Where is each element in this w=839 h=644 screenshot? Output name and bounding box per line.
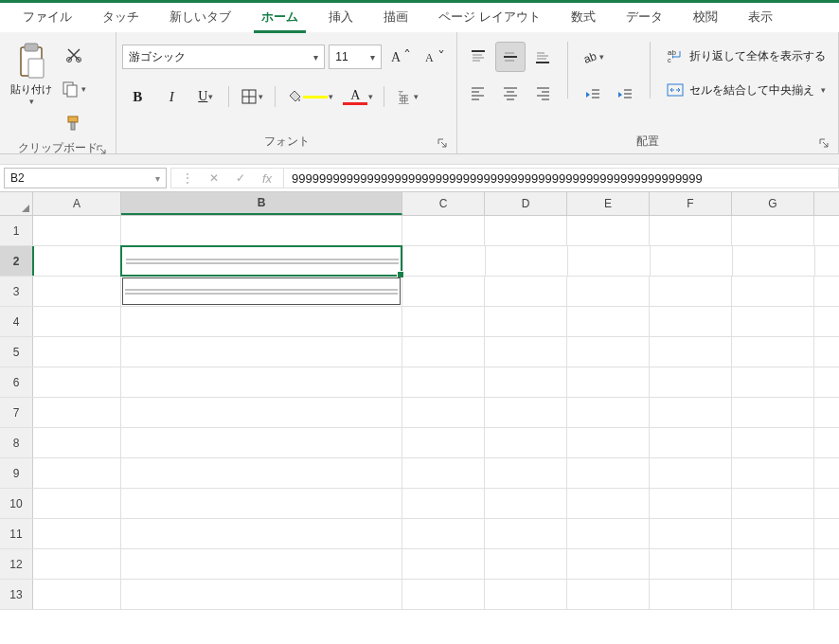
row-header-9[interactable]: 9 [0, 458, 33, 488]
format-painter-button[interactable] [59, 108, 89, 138]
formula-input[interactable]: 9999999999999999999999999999999999999999… [283, 168, 839, 188]
cell-G8[interactable] [732, 428, 814, 457]
tab-formulas[interactable]: 数式 [562, 4, 605, 30]
cell-G6[interactable] [732, 367, 814, 397]
cell-G3[interactable] [732, 277, 814, 306]
cell-G2[interactable] [733, 246, 815, 276]
wrap-text-button[interactable]: abc 折り返して全体を表示する [660, 42, 832, 70]
col-header-G[interactable]: G [732, 192, 814, 215]
cell-C1[interactable] [402, 216, 485, 245]
cell-D2[interactable] [486, 246, 568, 276]
col-header-A[interactable]: A [33, 192, 121, 215]
alignment-dialog-launcher[interactable] [817, 136, 830, 150]
cell-F11[interactable] [650, 519, 732, 548]
row-header-12[interactable]: 12 [0, 549, 33, 579]
cell-E13[interactable] [567, 580, 650, 609]
cell-E8[interactable] [567, 428, 650, 457]
cell-E10[interactable] [567, 489, 650, 518]
underline-button[interactable]: U▾ [190, 81, 221, 112]
cell-A10[interactable] [33, 489, 121, 518]
align-right-button[interactable] [527, 78, 558, 108]
merge-center-button[interactable]: セルを結合して中央揃え ▾ [660, 76, 832, 104]
cell-E5[interactable] [567, 337, 650, 367]
cell-E6[interactable] [567, 367, 650, 397]
copy-button[interactable]: ▾ [59, 74, 89, 104]
cell-A12[interactable] [33, 549, 121, 579]
cell-F5[interactable] [650, 337, 732, 367]
row-header-1[interactable]: 1 [0, 216, 33, 245]
row-header-13[interactable]: 13 [0, 580, 33, 609]
tab-review[interactable]: 校閲 [684, 4, 727, 30]
cell-F13[interactable] [650, 580, 732, 609]
cell-C4[interactable] [402, 307, 485, 336]
decrease-indent-button[interactable] [578, 80, 608, 110]
cell-C13[interactable] [402, 580, 485, 609]
cell-C3[interactable] [402, 277, 485, 306]
cell-A9[interactable] [33, 458, 121, 488]
cell-A11[interactable] [33, 519, 121, 548]
tab-page-layout[interactable]: ページ レイアウト [429, 4, 550, 30]
row-header-6[interactable]: 6 [0, 367, 33, 397]
cell-D6[interactable] [485, 367, 567, 397]
tab-data[interactable]: データ [616, 4, 672, 30]
cell-B8[interactable] [121, 428, 402, 457]
row-header-2[interactable]: 2 [0, 246, 34, 276]
italic-button[interactable]: I [156, 81, 187, 112]
cell-F6[interactable] [650, 367, 732, 397]
borders-button[interactable]: ▾ [237, 81, 267, 112]
select-all-corner[interactable] [0, 192, 33, 215]
cell-C6[interactable] [402, 367, 485, 397]
cell-C7[interactable] [402, 398, 485, 427]
cell-D9[interactable] [485, 458, 567, 488]
cell-B9[interactable] [121, 458, 402, 488]
cell-F12[interactable] [650, 549, 732, 579]
cell-D5[interactable] [485, 337, 567, 367]
align-left-button[interactable] [463, 78, 493, 108]
cell-D4[interactable] [485, 307, 567, 336]
cell-F2[interactable] [651, 246, 733, 276]
row-header-11[interactable]: 11 [0, 519, 33, 548]
cell-A7[interactable] [33, 398, 121, 427]
cell-A8[interactable] [33, 428, 121, 457]
cell-D8[interactable] [485, 428, 567, 457]
row-header-3[interactable]: 3 [0, 277, 33, 306]
font-dialog-launcher[interactable] [436, 136, 449, 150]
cell-C8[interactable] [402, 428, 485, 457]
cell-C12[interactable] [402, 549, 485, 579]
cell-A3[interactable] [33, 277, 121, 306]
cell-B7[interactable] [121, 398, 402, 427]
cell-B5[interactable] [121, 337, 402, 367]
confirm-formula-button[interactable]: ✓ [232, 171, 249, 185]
cell-C10[interactable] [402, 489, 485, 518]
tab-newtab[interactable]: 新しいタブ [160, 4, 241, 30]
tab-file[interactable]: ファイル [13, 4, 81, 30]
cell-C2[interactable] [403, 246, 486, 276]
cell-A2[interactable] [34, 246, 122, 276]
cell-C5[interactable] [402, 337, 485, 367]
cell-D1[interactable] [485, 216, 567, 245]
tab-view[interactable]: 表示 [739, 4, 782, 30]
col-header-E[interactable]: E [567, 192, 650, 215]
align-center-button[interactable] [495, 78, 526, 108]
tab-touch[interactable]: タッチ [93, 4, 149, 30]
cell-G4[interactable] [732, 307, 814, 336]
row-header-7[interactable]: 7 [0, 398, 33, 427]
cell-F7[interactable] [650, 398, 732, 427]
cell-F8[interactable] [650, 428, 732, 457]
cell-C9[interactable] [402, 458, 485, 488]
cell-G7[interactable] [732, 398, 814, 427]
clipboard-dialog-launcher[interactable] [95, 143, 108, 156]
fill-color-button[interactable]: ▾ [283, 81, 336, 112]
align-top-button[interactable] [463, 42, 493, 72]
row-header-5[interactable]: 5 [0, 337, 33, 367]
cell-E4[interactable] [567, 307, 650, 336]
cell-D13[interactable] [485, 580, 567, 609]
row-header-10[interactable]: 10 [0, 489, 33, 518]
cell-A13[interactable] [33, 580, 121, 609]
bold-button[interactable]: B [122, 81, 152, 112]
font-size-selector[interactable]: 11 ▾ [329, 45, 382, 69]
cell-E1[interactable] [567, 216, 650, 245]
cell-B3[interactable] [121, 277, 402, 306]
cut-button[interactable] [59, 40, 89, 70]
cell-F10[interactable] [650, 489, 732, 518]
